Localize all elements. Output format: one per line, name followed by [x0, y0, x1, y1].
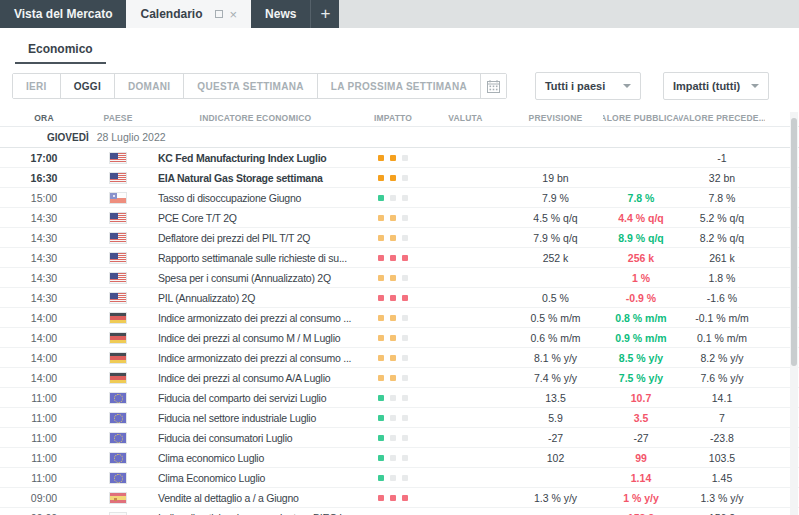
indicator-label: Rapporto settimanale sulle richieste di … [148, 248, 363, 268]
previous-cell: -1.6 % [679, 292, 765, 304]
previous-cell: 7.6 % y/y [679, 372, 765, 384]
forecast-cell: 4.5 % q/q [508, 212, 603, 224]
table-row[interactable]: 14:30 PCE Core T/T 2Q 4.5 % q/q 4.4 % q/… [0, 208, 799, 228]
indicator-label: PCE Core T/T 2Q [148, 208, 363, 228]
vertical-scrollbar[interactable] [790, 112, 798, 515]
table-row[interactable]: 11:00 Fiducia dei consumatori Luglio -27… [0, 428, 799, 448]
impact-dot [390, 435, 396, 441]
impact-dot [378, 475, 384, 481]
calendar-icon [487, 80, 500, 93]
impact-dot [402, 475, 408, 481]
table-row[interactable]: 14:00 Indice dei prezzi al consumo A/A L… [0, 368, 799, 388]
time-cell: 09:00 [0, 512, 88, 515]
impact-indicator [378, 175, 408, 181]
table-row[interactable]: 14:30 PIL (Annualizzato) 2Q 0.5 % -0.9 %… [0, 288, 799, 308]
impact-indicator [378, 375, 408, 381]
table-row[interactable]: 14:30 Deflatore dei prezzi del PIL T/T 2… [0, 228, 799, 248]
previous-cell: 0.1 % m/m [679, 332, 765, 344]
impact-dot [378, 175, 384, 181]
table-row[interactable]: 11:00 Fiducia nel settore industriale Lu… [0, 408, 799, 428]
impact-dot [390, 475, 396, 481]
indicator-label: Clima Economico Luglio [148, 468, 363, 488]
impact-indicator [378, 275, 408, 281]
column-header-valuta: VALUTA [423, 113, 508, 123]
eu-flag-icon [109, 452, 127, 464]
column-header-ora: ORA [0, 113, 88, 123]
country-filter-dropdown[interactable]: Tutti i paesi [535, 72, 641, 100]
scrollbar-thumb[interactable] [791, 118, 797, 366]
plus-icon: + [320, 4, 330, 24]
range-button-questa-settimana[interactable]: QUESTA SETTIMANA [184, 74, 317, 98]
calendar-date-picker-button[interactable] [481, 74, 506, 98]
time-cell: 09:00 [0, 492, 88, 504]
range-button-ieri[interactable]: IERI [13, 74, 61, 98]
impact-indicator [378, 315, 408, 321]
impact-dot [378, 295, 384, 301]
tab-label: News [265, 7, 296, 21]
close-icon[interactable]: × [230, 8, 238, 21]
actual-cell: 1 % y/y [603, 492, 679, 504]
restore-icon[interactable] [215, 10, 223, 18]
range-button-oggi[interactable]: OGGI [61, 74, 115, 98]
table-row[interactable]: 14:00 Indice armonizzato dei prezzi al c… [0, 308, 799, 328]
actual-cell: -27 [603, 432, 679, 444]
impact-dot [402, 255, 408, 261]
economic-calendar-table: ORA PAESE INDICATORE ECONOMICO IMPATTO V… [0, 110, 799, 515]
table-row[interactable]: 09:00 Indice di anticipazione congiuntur… [0, 508, 799, 515]
impact-dot [390, 355, 396, 361]
de-flag-icon [109, 312, 127, 324]
impact-filter-dropdown[interactable]: Impatti (tutti) [663, 72, 769, 100]
table-row[interactable]: 11:00 Clima Economico Luglio 1.14 1.45 [0, 468, 799, 488]
indicator-label: Fiducia dei consumatori Luglio [148, 428, 363, 448]
impact-dot [390, 275, 396, 281]
impact-indicator [378, 255, 408, 261]
de-flag-icon [109, 332, 127, 344]
table-row[interactable]: 11:00 Clima economico Luglio 102 99 103.… [0, 448, 799, 468]
column-header-indicatore: INDICATORE ECONOMICO [148, 113, 363, 123]
actual-cell: 1.14 [603, 472, 679, 484]
forecast-cell: 7.9 % q/q [508, 232, 603, 244]
impact-indicator [378, 395, 408, 401]
subtab-economico[interactable]: Economico [15, 38, 106, 64]
table-row[interactable]: 14:30 Rapporto settimanale sulle richies… [0, 248, 799, 268]
indicator-label: KC Fed Manufacturing Index Luglio [148, 148, 363, 168]
table-row[interactable]: 16:30 EIA Natural Gas Storage settimana … [0, 168, 799, 188]
impact-indicator [378, 215, 408, 221]
tab-calendario[interactable]: Calendario × [126, 0, 251, 28]
time-cell: 14:00 [0, 312, 88, 324]
impact-dot [378, 455, 384, 461]
table-row[interactable]: 09:00 Vendite al dettaglio a / a Giugno … [0, 488, 799, 508]
table-header-row: ORA PAESE INDICATORE ECONOMICO IMPATTO V… [0, 110, 799, 127]
table-row[interactable]: 15:00 Tasso di disoccupazione Giugno 7.9… [0, 188, 799, 208]
forecast-cell: 0.5 % m/m [508, 312, 603, 324]
tab-news[interactable]: News [251, 0, 310, 28]
impact-dot [402, 355, 408, 361]
actual-cell: 153.2 [603, 512, 679, 515]
time-cell: 14:30 [0, 272, 88, 284]
range-button-domani[interactable]: DOMANI [115, 74, 184, 98]
range-button-prossima-settimana[interactable]: LA PROSSIMA SETTIMANA [318, 74, 481, 98]
previous-cell: -1 [679, 152, 765, 164]
table-row[interactable]: 14:00 Indice armonizzato dei prezzi al c… [0, 348, 799, 368]
actual-cell: 7.5 % y/y [603, 372, 679, 384]
impact-dot [402, 275, 408, 281]
impact-dot [378, 315, 384, 321]
table-row[interactable]: 17:00 KC Fed Manufacturing Index Luglio … [0, 148, 799, 168]
table-row[interactable]: 14:00 Indice dei prezzi al consumo M / M… [0, 328, 799, 348]
tab-vista-del-mercato[interactable]: Vista del Mercato [0, 0, 126, 28]
indicator-label: Deflatore dei prezzi del PIL T/T 2Q [148, 228, 363, 248]
impact-dot [390, 375, 396, 381]
de-flag-icon [109, 352, 127, 364]
indicator-label: Clima economico Luglio [148, 448, 363, 468]
filter-toolbar: IERI OGGI DOMANI QUESTA SETTIMANA LA PRO… [12, 72, 799, 100]
actual-cell: 0.8 % m/m [603, 312, 679, 324]
indicator-label: Indice armonizzato dei prezzi al consumo… [148, 308, 363, 328]
table-row[interactable]: 11:00 Fiducia del comparto dei servizi L… [0, 388, 799, 408]
indicator-label: Fiducia del comparto dei servizi Luglio [148, 388, 363, 408]
previous-cell: 8.2 % y/y [679, 352, 765, 364]
add-tab-button[interactable]: + [310, 0, 339, 28]
us-flag-icon [109, 272, 127, 284]
impact-dot [378, 355, 384, 361]
table-row[interactable]: 14:30 Spesa per i consumi (Annualizzato)… [0, 268, 799, 288]
impact-indicator [378, 455, 408, 461]
